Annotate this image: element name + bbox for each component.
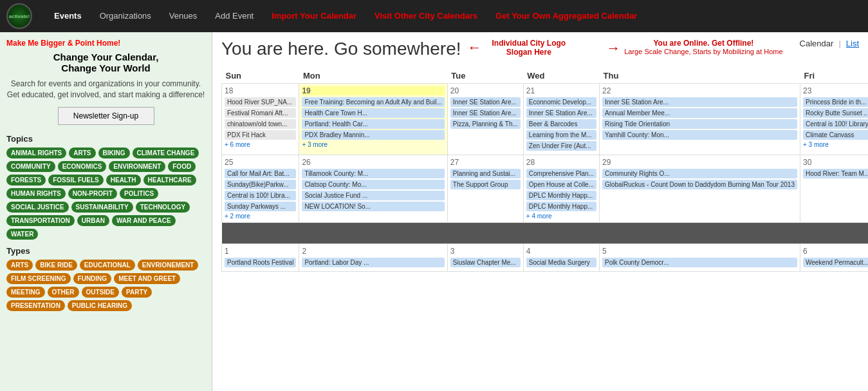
event-learning-from[interactable]: Learning from the M... <box>526 130 596 140</box>
event-dplc-2[interactable]: DPLC Monthly Happ... <box>526 202 596 211</box>
event-clatsop[interactable]: Clatsop County: Mo... <box>302 180 444 189</box>
event-community-rights[interactable]: Community Rights O... <box>602 169 797 178</box>
topic-animal-rights[interactable]: ANIMAL RIGHTS <box>6 148 66 158</box>
type-party[interactable]: PARTY <box>122 287 152 298</box>
event-hood-river-sup[interactable]: Hood River SUP_NA... <box>225 97 296 107</box>
type-educational[interactable]: EDUCATIONAL <box>80 260 135 271</box>
event-pdx-bradley[interactable]: PDX Bradley Mannin... <box>302 130 444 140</box>
topic-water[interactable]: WATER <box>6 229 38 240</box>
event-social-justice-fund[interactable]: Social Justice Fund ... <box>302 191 444 200</box>
event-portland-roots[interactable]: Portland Roots Festival <box>225 258 296 267</box>
type-film-screening[interactable]: FILM SCREENING <box>6 273 71 284</box>
nav-events[interactable]: Events <box>45 0 91 32</box>
nav-other-cities[interactable]: Visit Other City Calendars <box>365 0 486 32</box>
event-portland-health[interactable]: Portland: Health Car... <box>302 119 444 129</box>
event-planning-sustain[interactable]: Planning and Sustai... <box>450 169 521 178</box>
event-pdx-fit-hack[interactable]: PDX Fit Hack <box>225 130 296 140</box>
event-open-house[interactable]: Open House at Colle... <box>526 180 596 189</box>
more-link-25[interactable]: + 2 more <box>225 213 296 220</box>
event-portland-labor[interactable]: Portland: Labor Day ... <box>302 258 444 267</box>
type-public-hearing[interactable]: PUBLIC HEARING <box>68 300 132 311</box>
event-mail-art[interactable]: Call for Mail Art: Bat... <box>225 169 296 178</box>
event-new-location[interactable]: NEW LOCATION! So... <box>302 202 444 211</box>
topic-technology[interactable]: TECHNOLOGY <box>136 202 190 213</box>
view-list-label[interactable]: List <box>846 39 859 48</box>
event-healthcare-town[interactable]: Health Care Town H... <box>302 108 444 118</box>
more-link-28[interactable]: + 4 more <box>526 213 596 220</box>
more-link-19[interactable]: + 3 more <box>302 141 444 148</box>
event-pizza-planning[interactable]: Pizza, Planning & Th... <box>450 119 521 129</box>
topic-urban[interactable]: URBAN <box>77 215 109 226</box>
topic-environment[interactable]: ENVIRONMENT <box>109 161 165 172</box>
type-meeting[interactable]: MEETING <box>6 287 45 298</box>
more-link-23[interactable]: + 3 more <box>803 141 868 148</box>
nav-import-calendar[interactable]: Import Your Calendar <box>263 0 365 32</box>
event-inner-se-4[interactable]: Inner SE Station Are... <box>602 97 797 107</box>
type-funding[interactable]: FUNDING <box>73 273 112 284</box>
event-beer-barcodes[interactable]: Beer & Barcodes <box>526 119 596 129</box>
event-central-library[interactable]: Central is 100! Library Tour <box>803 119 868 129</box>
event-inner-se-3[interactable]: Inner SE Station Are... <box>526 108 596 118</box>
type-other[interactable]: OTHER <box>48 287 79 298</box>
more-link-18[interactable]: + 6 more <box>225 141 296 148</box>
event-rising-tide[interactable]: Rising Tide Orientation <box>602 119 797 129</box>
event-polk-county[interactable]: Polk County Democr... <box>602 258 797 267</box>
event-rocky-butte[interactable]: Rocky Butte Sunset ... <box>803 108 868 118</box>
nav-add-event[interactable]: Add Event <box>206 0 263 32</box>
topic-sustainability[interactable]: SUSTAINABILITY <box>71 202 133 213</box>
type-arts[interactable]: ARTS <box>6 260 33 271</box>
type-environment[interactable]: ENVRIONEMENT <box>138 260 199 271</box>
event-tillamook[interactable]: Tillamook County: M... <box>302 169 444 178</box>
event-central-100[interactable]: Central is 100! Libra... <box>225 191 296 200</box>
nav-venues[interactable]: Venues <box>160 0 206 32</box>
nav-logo[interactable]: activate! <box>6 3 32 29</box>
event-siuslaw[interactable]: Siuslaw Chapter Me... <box>450 258 521 267</box>
event-globalruckus[interactable]: GlobalRuckus - Count Down to Daddydom Bu… <box>602 180 797 189</box>
topic-human-rights[interactable]: HUMAN RIGHTS <box>6 188 66 199</box>
topic-politics[interactable]: POLITICS <box>120 188 158 199</box>
topic-food[interactable]: FOOD <box>168 161 196 172</box>
topic-social-justice[interactable]: SOCIAL JUSTICE <box>6 202 69 213</box>
event-free-training[interactable]: Free Training: Becoming an Adult Ally an… <box>302 97 444 107</box>
topic-arts[interactable]: ARTS <box>69 148 95 158</box>
event-annual-member[interactable]: Annual Member Mee... <box>602 108 797 118</box>
type-presentation[interactable]: PRESENTATION <box>6 300 65 311</box>
col-tue: Tue <box>447 68 523 84</box>
event-climate-canvass[interactable]: Climate Canvass <box>803 130 868 140</box>
event-yamhill[interactable]: Yamhill County: Mon... <box>602 130 797 140</box>
topic-climate-change[interactable]: CLIMATE CHANGE <box>133 148 199 158</box>
event-sunday-bike[interactable]: Sunday(Bike)Parkw... <box>225 180 296 189</box>
type-meet-greet[interactable]: MEET AND GREET <box>114 273 180 284</box>
newsletter-signup-button[interactable]: Newsletter Sign-up <box>58 107 154 125</box>
topic-forests[interactable]: FORESTS <box>6 175 46 186</box>
nav-own-calendar[interactable]: Get Your Own Aggregated Calendar <box>486 0 646 32</box>
event-festival-romani[interactable]: Festival Romani Aft... <box>225 108 296 118</box>
nav-organizations[interactable]: Organizations <box>91 0 160 32</box>
topic-biking[interactable]: BIKING <box>98 148 130 158</box>
event-dplc-1[interactable]: DPLC Monthly Happ... <box>526 191 596 200</box>
topic-community[interactable]: COMMUNITY <box>6 161 55 172</box>
type-outside[interactable]: OUTSIDE <box>82 287 119 298</box>
topic-transportation[interactable]: TRANSPORTATION <box>6 215 75 226</box>
topic-economics[interactable]: ECONOMICS <box>58 161 107 172</box>
day-sep-3: 3 Siuslaw Chapter Me... <box>447 244 523 272</box>
topic-non-profit[interactable]: NON-PROFIT <box>68 188 117 199</box>
event-princess-bride[interactable]: Princess Bride in th... <box>803 97 868 107</box>
event-support-group[interactable]: The Support Group <box>450 180 521 189</box>
event-sunday-parkways[interactable]: Sunday Parkways ... <box>225 202 296 211</box>
view-calendar-label[interactable]: Calendar <box>800 39 834 48</box>
event-econnomic[interactable]: Econnomic Develop... <box>526 97 596 107</box>
topic-fossil-fuels[interactable]: FOSSIL FUELS <box>48 175 104 186</box>
event-hood-river-team[interactable]: Hood River: Team M... <box>803 169 868 178</box>
event-weekend-permacult[interactable]: Weekend Permacult... <box>803 258 868 267</box>
type-bike-ride[interactable]: BIKE RIDE <box>35 260 77 271</box>
event-inner-se-1[interactable]: Inner SE Station Are... <box>450 97 521 107</box>
event-social-media-surgery[interactable]: Social Media Surgery <box>526 258 596 267</box>
event-comprehensive-plan[interactable]: Comprehensive Plan... <box>526 169 596 178</box>
event-chinatown[interactable]: chinatown/old town... <box>225 119 296 129</box>
event-zen-under-fire[interactable]: Zen Under Fire (Aut... <box>526 141 596 151</box>
topic-healthcare[interactable]: HEALTHCARE <box>143 175 196 186</box>
topic-health[interactable]: HEALTH <box>106 175 141 186</box>
event-inner-se-2[interactable]: Inner SE Station Are... <box>450 108 521 118</box>
topic-war-peace[interactable]: WAR AND PEACE <box>112 215 176 226</box>
